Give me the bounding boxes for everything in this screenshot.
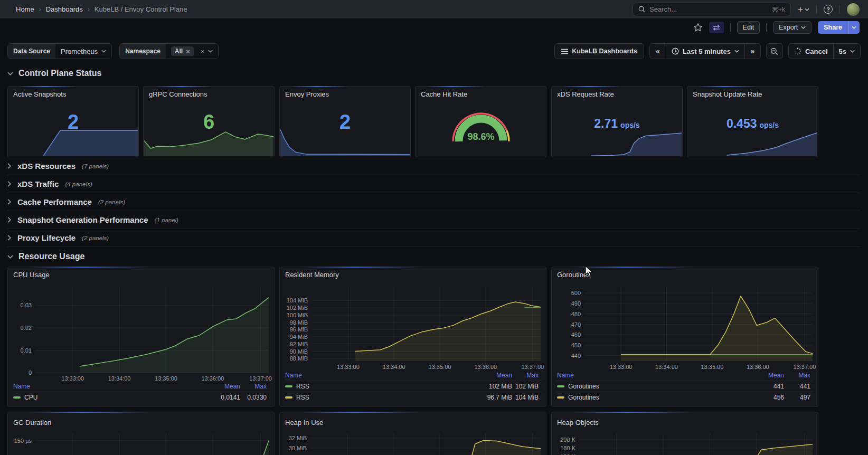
share-button[interactable]: Share	[818, 21, 848, 34]
legend-row[interactable]: CPU 0.0141 0.0330	[12, 392, 270, 403]
legend-col-name[interactable]: Name	[284, 372, 470, 379]
namespace-tag[interactable]: All ×	[171, 46, 194, 56]
legend-header[interactable]: Name Mean Max	[556, 370, 814, 381]
panel-title[interactable]: GC Duration	[13, 419, 51, 426]
help-icon[interactable]: ?	[824, 5, 833, 14]
search-shortcut-hint: ⌘+k	[772, 6, 785, 13]
panel-title[interactable]: Heap In Use	[285, 419, 323, 426]
breadcrumb-dashboards[interactable]: Dashboards	[46, 5, 83, 13]
legend-row[interactable]: RSS 102 MiB 102 MiB	[284, 381, 542, 392]
legend-col-mean[interactable]: Mean	[470, 372, 512, 379]
legend-header[interactable]: Name Mean Max	[284, 370, 542, 381]
export-button[interactable]: Export	[773, 21, 812, 34]
namespace-value[interactable]: All × ×	[166, 44, 219, 59]
panel-title[interactable]: Goroutines	[557, 271, 591, 279]
panel-title[interactable]: Snapshot Update Rate	[693, 90, 762, 98]
panel-title[interactable]: gRPC Connections	[149, 90, 207, 98]
legend-col-name[interactable]: Name	[556, 372, 742, 379]
star-icon[interactable]	[693, 23, 703, 32]
legend-col-mean[interactable]: Mean	[742, 372, 784, 379]
panel-title[interactable]: Envoy Proxies	[285, 90, 329, 98]
heap-in-use-chart[interactable]: 32 MiB30 MiB	[281, 429, 545, 455]
cancel-refresh-button[interactable]: Cancel	[789, 44, 833, 59]
section-xds-resources[interactable]: xDS Resources (7 panels)	[7, 157, 861, 175]
section-cache-performance[interactable]: Cache Performance (2 panels)	[7, 193, 861, 211]
clear-all-icon[interactable]: ×	[201, 48, 205, 55]
panel-heap-objects: Heap Objects 200 K180 K160 K	[551, 412, 818, 455]
divider	[766, 23, 767, 32]
datasource-value[interactable]: Prometheus	[55, 44, 111, 59]
legend-row[interactable]: RSS 96.7 MiB 104 MiB	[284, 392, 542, 403]
legend-header[interactable]: Name Mean Max	[12, 381, 270, 392]
kubelb-dashboards-button[interactable]: KubeLB Dashboards	[554, 43, 644, 59]
svg-text:92 MiB: 92 MiB	[290, 341, 308, 347]
breadcrumb: Home › Dashboards › KubeLB / Envoy Contr…	[16, 5, 187, 13]
chevron-down-icon	[7, 72, 13, 75]
cpu-usage-chart[interactable]: 13:33:0013:34:0013:35:0013:36:0013:37:00…	[9, 286, 273, 386]
svg-text:102 MiB: 102 MiB	[287, 305, 308, 311]
zoom-out-button[interactable]	[766, 43, 783, 59]
legend-row[interactable]: Goroutines 441 441	[556, 381, 814, 392]
legend-col-max[interactable]: Max	[512, 372, 542, 379]
legend-col-name[interactable]: Name	[12, 383, 198, 390]
add-new-button[interactable]: +	[798, 4, 809, 15]
legend-series-name: RSS	[284, 394, 470, 401]
panel-title[interactable]: Resident Memory	[285, 271, 339, 279]
section-title: xDS Resources	[17, 162, 76, 170]
section-proxy-lifecycle[interactable]: Proxy Lifecycle (2 panels)	[7, 229, 861, 247]
svg-text:0: 0	[29, 369, 32, 376]
svg-text:104 MiB: 104 MiB	[287, 297, 308, 304]
gc-duration-chart[interactable]: 150 µs	[9, 429, 273, 455]
panel-cache-hit-rate: Cache Hit Rate 98.6%	[415, 86, 546, 157]
section-xds-traffic[interactable]: xDS Traffic (4 panels)	[7, 175, 861, 193]
avatar[interactable]	[847, 3, 860, 16]
section-control-plane-status[interactable]: Control Plane Status	[7, 67, 101, 80]
panel-title[interactable]: xDS Request Rate	[557, 90, 614, 98]
legend-col-mean[interactable]: Mean	[198, 383, 240, 390]
time-range-button[interactable]: Last 5 minutes	[666, 44, 744, 59]
series-color-swatch-icon	[285, 385, 293, 387]
goroutines-chart[interactable]: 13:33:0013:34:0013:35:0013:36:0013:37:00…	[553, 286, 817, 371]
time-picker: « Last 5 minutes »	[649, 43, 761, 59]
panel-count: (4 panels)	[65, 181, 92, 187]
search-box[interactable]: ⌘+k	[633, 3, 791, 16]
panel-title[interactable]: Heap Objects	[557, 419, 599, 426]
section-title: Proxy Lifecycle	[17, 233, 76, 242]
legend-col-max[interactable]: Max	[784, 372, 814, 379]
search-input[interactable]	[649, 5, 768, 13]
breadcrumb-home[interactable]: Home	[16, 5, 34, 13]
time-shift-back-button[interactable]: «	[650, 44, 666, 59]
divider	[730, 23, 731, 32]
panel-gc-duration: GC Duration 150 µs	[7, 412, 275, 455]
legend-max-value: 102 MiB	[512, 383, 542, 390]
divider	[816, 5, 817, 14]
heap-objects-chart[interactable]: 200 K180 K160 K	[553, 429, 817, 455]
time-shift-forward-button[interactable]: »	[744, 44, 760, 59]
section-resource-usage[interactable]: Resource Usage	[7, 250, 84, 263]
legend-max-value: 104 MiB	[512, 394, 542, 401]
section-snapshot-generation-performance[interactable]: Snapshot Generation Performance (1 panel…	[7, 211, 861, 229]
refresh-interval-button[interactable]: 5s	[833, 44, 860, 59]
svg-text:100 MiB: 100 MiB	[287, 312, 308, 318]
legend-row[interactable]: Goroutines 456 497	[556, 392, 814, 403]
close-icon[interactable]: ×	[186, 48, 190, 55]
panel-carousel-button[interactable]	[709, 22, 724, 33]
svg-text:90 MiB: 90 MiB	[290, 348, 308, 355]
svg-text:0.01: 0.01	[21, 347, 32, 354]
svg-text:13:34:00: 13:34:00	[655, 364, 678, 370]
svg-text:150 µs: 150 µs	[14, 438, 32, 444]
panel-title[interactable]: Cache Hit Rate	[421, 90, 467, 98]
cache-hit-rate-gauge[interactable]: 98.6%	[447, 103, 515, 145]
svg-text:13:35:00: 13:35:00	[429, 364, 451, 370]
zoom-out-icon	[770, 48, 778, 55]
edit-button[interactable]: Edit	[737, 21, 760, 34]
panel-envoy-proxies: Envoy Proxies 2	[279, 86, 411, 157]
resident-memory-chart[interactable]: 13:33:0013:34:0013:35:0013:36:0013:37:00…	[281, 286, 545, 371]
legend-col-max[interactable]: Max	[240, 383, 270, 390]
share-menu-button[interactable]	[848, 21, 860, 34]
panel-title[interactable]: CPU Usage	[13, 271, 50, 279]
svg-text:440: 440	[571, 353, 581, 359]
chevron-right-icon	[7, 199, 11, 205]
panel-title[interactable]: Active Snapshots	[13, 90, 66, 98]
datasource-label: Data Source	[8, 44, 55, 59]
